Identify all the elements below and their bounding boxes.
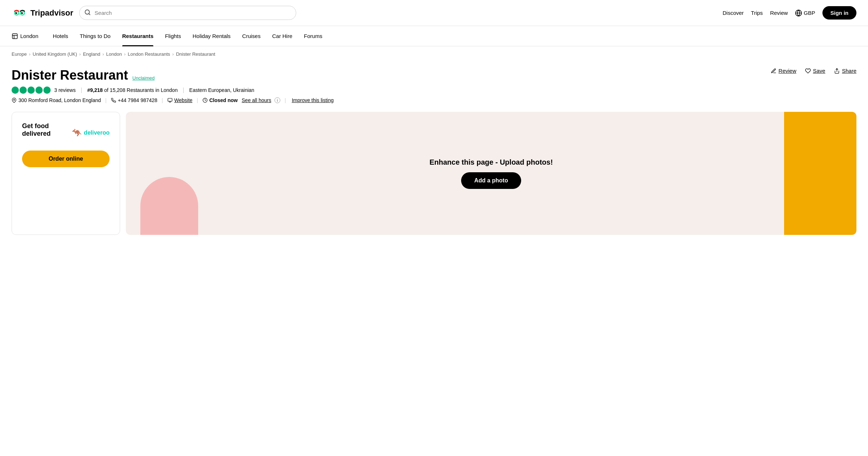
delivery-header: Get food delivered 🦘 deliveroo (22, 122, 110, 143)
breadcrumb-sep-3: › (102, 51, 104, 57)
reviews-count[interactable]: 3 reviews (54, 87, 76, 93)
pencil-icon (771, 68, 776, 74)
info-icon[interactable]: i (275, 97, 280, 103)
breadcrumb-uk[interactable]: United Kingdom (UK) (33, 51, 77, 57)
unclaimed-badge[interactable]: Unclaimed (132, 75, 154, 81)
nav-location[interactable]: London (12, 33, 38, 39)
nav-location-label: London (20, 33, 38, 39)
svg-point-0 (12, 5, 27, 21)
search-icon (84, 9, 91, 17)
add-photo-button[interactable]: Add a photo (461, 172, 521, 189)
share-button[interactable]: Share (834, 68, 856, 74)
signin-button[interactable]: Sign in (822, 6, 856, 20)
star-3 (27, 86, 35, 94)
photo-card-pink-shape (140, 177, 198, 235)
nav-things-to-do[interactable]: Things to Do (74, 26, 116, 46)
rank-label: of (104, 87, 110, 93)
breadcrumb-london-restaurants[interactable]: London Restaurants (128, 51, 170, 57)
info-row: 300 Romford Road, London England | +44 7… (12, 97, 856, 103)
search-input[interactable] (79, 6, 296, 20)
breadcrumb-sep-2: › (79, 51, 81, 57)
nav-restaurants[interactable]: Restaurants (116, 26, 159, 46)
share-icon (834, 68, 840, 74)
status-badge: Closed now (209, 97, 238, 103)
cuisine-type: Eastern European, Ukrainian (189, 87, 254, 93)
main-nav: London Hotels Things to Do Restaurants F… (0, 26, 868, 46)
globe-icon (795, 9, 802, 17)
info-sep-1: | (105, 97, 107, 103)
photo-card-title: Enhance this page - Upload photos! (429, 158, 553, 166)
svg-line-10 (89, 13, 90, 14)
svg-point-7 (16, 12, 17, 13)
save-button[interactable]: Save (805, 68, 825, 74)
logo-text: Tripadvisor (30, 8, 73, 18)
currency-label: GBP (804, 10, 815, 16)
order-online-button[interactable]: Order online (22, 151, 110, 167)
star-rating (12, 86, 51, 94)
nav-holiday-rentals[interactable]: Holiday Rentals (187, 26, 237, 46)
phone-item: +44 7984 987428 (111, 97, 157, 103)
nav-car-hire[interactable]: Car Hire (266, 26, 298, 46)
location-icon (12, 33, 18, 39)
info-sep-4: | (285, 97, 286, 103)
photo-card-orange-bg (784, 112, 856, 235)
header-right: Discover Trips Review GBP Sign in (723, 6, 856, 20)
nav-flights[interactable]: Flights (159, 26, 187, 46)
svg-rect-13 (12, 34, 17, 39)
svg-point-6 (21, 12, 23, 14)
photo-card-content: Enhance this page - Upload photos! Add a… (429, 158, 553, 189)
star-5 (43, 86, 51, 94)
main-content: Dnister Restaurant Unclaimed Review Save (0, 62, 868, 235)
improve-listing-link[interactable]: Improve this listing (292, 97, 334, 103)
logo[interactable]: Tripadvisor (12, 5, 73, 21)
breadcrumb-current: Dnister Restaurant (176, 51, 215, 57)
photo-upload-card: Enhance this page - Upload photos! Add a… (126, 112, 856, 235)
discover-link[interactable]: Discover (723, 10, 744, 16)
logo-icon (12, 5, 27, 21)
breadcrumb-sep-4: › (124, 51, 125, 57)
see-all-hours-link[interactable]: See all hours (242, 97, 271, 103)
info-sep-3: | (197, 97, 198, 103)
breadcrumb-sep-5: › (172, 51, 174, 57)
map-pin-icon (12, 98, 17, 103)
monitor-icon (167, 98, 173, 103)
nav-cruises[interactable]: Cruises (237, 26, 267, 46)
rank-number: #9,218 (87, 87, 103, 93)
site-header: Tripadvisor Discover Trips Review GBP Si… (0, 0, 868, 26)
breadcrumb: Europe › United Kingdom (UK) › England ›… (0, 46, 868, 62)
title-row: Dnister Restaurant Unclaimed Review Save (12, 68, 856, 83)
phone-icon (111, 98, 116, 103)
website-link[interactable]: Website (174, 97, 192, 103)
clock-icon (203, 98, 208, 103)
address-text: 300 Romford Road, London England (18, 97, 101, 103)
svg-point-5 (16, 12, 17, 14)
svg-rect-16 (168, 98, 172, 101)
deliveroo-icon: 🦘 (72, 128, 82, 138)
cards-row: Get food delivered 🦘 deliveroo Order onl… (12, 112, 856, 235)
hours-item: Closed now See all hours i (203, 97, 280, 103)
heart-icon (805, 68, 811, 74)
nav-forums[interactable]: Forums (298, 26, 328, 46)
review-link[interactable]: Review (770, 10, 788, 16)
title-actions: Review Save Share (771, 68, 856, 74)
search-bar (79, 6, 296, 20)
language-selector[interactable]: GBP (795, 9, 815, 17)
breadcrumb-london[interactable]: London (106, 51, 122, 57)
star-2 (20, 86, 27, 94)
review-button[interactable]: Review (771, 68, 796, 74)
delivery-card: Get food delivered 🦘 deliveroo Order onl… (12, 112, 120, 235)
svg-point-15 (13, 99, 15, 101)
rank-total: 15,208 Restaurants in London (110, 87, 178, 93)
website-item: Website (167, 97, 192, 103)
breadcrumb-england[interactable]: England (83, 51, 100, 57)
trips-link[interactable]: Trips (751, 10, 763, 16)
divider-1: | (81, 87, 82, 93)
phone-text[interactable]: +44 7984 987428 (118, 97, 157, 103)
deliveroo-logo: 🦘 deliveroo (72, 128, 110, 138)
info-sep-2: | (162, 97, 163, 103)
nav-hotels[interactable]: Hotels (47, 26, 74, 46)
breadcrumb-europe[interactable]: Europe (12, 51, 27, 57)
breadcrumb-sep-1: › (29, 51, 30, 57)
star-1 (12, 86, 19, 94)
divider-2: | (183, 87, 184, 93)
